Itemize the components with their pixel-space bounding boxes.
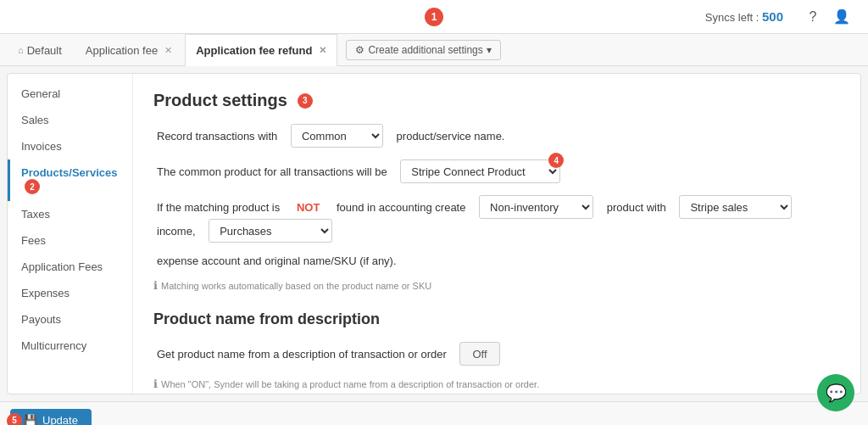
when-on-info: ℹ When "ON", Synder will be taking a pro…: [153, 377, 840, 390]
help-button[interactable]: ?: [800, 4, 826, 30]
not-text: NOT: [297, 201, 320, 214]
tab-application-fee-close[interactable]: ✕: [164, 45, 172, 56]
tab-default[interactable]: ⌂ Default: [7, 34, 73, 66]
tab-application-fee-refund-close[interactable]: ✕: [319, 45, 326, 56]
sidebar-item-sales[interactable]: Sales: [8, 107, 132, 133]
product-type-label: product with: [607, 201, 666, 214]
sidebar-item-application-fees[interactable]: Application Fees: [8, 254, 132, 280]
sidebar-item-general[interactable]: General: [8, 81, 132, 107]
record-transactions-row: Record transactions with Common Individu…: [153, 124, 840, 148]
section-badge: 3: [298, 93, 313, 109]
matching-info: ℹ Matching works automatically based on …: [153, 279, 840, 292]
sidebar-item-invoices-label: Invoices: [21, 140, 62, 153]
create-additional-button[interactable]: ⚙ Create additional settings ▾: [346, 40, 500, 60]
sidebar-item-general-label: General: [21, 87, 60, 100]
sidebar-item-fees-label: Fees: [21, 234, 46, 247]
sidebar-item-payouts[interactable]: Payouts: [8, 306, 132, 333]
bottom-bar: 5 💾 Update: [0, 401, 868, 425]
sidebar-item-application-fees-label: Application Fees: [21, 260, 103, 273]
chat-icon: 💬: [826, 383, 847, 403]
sidebar-item-expenses-label: Expenses: [21, 287, 70, 299]
stripe-badge: 4: [548, 153, 564, 168]
content-area: Product settings 3 Record transactions w…: [133, 74, 860, 394]
income-select[interactable]: Stripe sales Other income: [679, 195, 792, 219]
top-bar: 1 Syncs left : 500 ? 👤: [0, 0, 868, 34]
syncs-left: Syncs left : 500: [705, 9, 783, 24]
save-icon: 💾: [24, 414, 37, 425]
help-icon: ?: [810, 9, 817, 25]
user-icon: 👤: [833, 8, 850, 25]
sidebar-item-expenses[interactable]: Expenses: [8, 280, 132, 306]
main-layout: General Sales Invoices Products/Services…: [7, 73, 861, 394]
update-button[interactable]: 💾 Update: [10, 409, 92, 425]
tab-application-fee-refund[interactable]: Application fee refund ✕: [185, 34, 337, 66]
get-product-name-row: Get product name from a description of t…: [153, 342, 840, 366]
not-found-suffix: found in accounting create: [337, 201, 466, 214]
income-label: income,: [157, 225, 196, 238]
home-icon: ⌂: [18, 45, 24, 55]
name-from-desc-title-text: Product name from description: [153, 310, 380, 328]
tab-application-fee[interactable]: Application fee ✕: [75, 34, 183, 66]
sidebar-item-taxes-label: Taxes: [21, 208, 50, 221]
info-icon: ℹ: [153, 279, 158, 292]
footer-badge: 5: [7, 413, 22, 426]
tab-application-fee-refund-label: Application fee refund: [196, 44, 312, 57]
gear-icon: ⚙: [355, 44, 364, 56]
step1-indicator: 1: [425, 8, 443, 26]
sidebar-item-invoices[interactable]: Invoices: [8, 133, 132, 159]
sidebar-item-fees[interactable]: Fees: [8, 227, 132, 254]
user-button[interactable]: 👤: [829, 4, 854, 30]
purchases-select[interactable]: Purchases Other expenses: [209, 219, 332, 243]
sidebar-item-products-services-label: Products/Services: [21, 166, 117, 179]
sidebar-item-payouts-label: Payouts: [21, 313, 61, 326]
create-additional-label: Create additional settings: [368, 44, 482, 56]
expense-row: expense account and original name/SKU (i…: [153, 254, 840, 267]
product-type-select[interactable]: Non-inventory Inventory Service: [479, 195, 593, 219]
syncs-left-label: Syncs left :: [705, 11, 762, 24]
name-from-desc-title: Product name from description: [153, 310, 840, 328]
sidebar-item-taxes[interactable]: Taxes: [8, 201, 132, 227]
tab-default-label: Default: [27, 44, 62, 57]
chevron-down-icon: ▾: [487, 44, 492, 56]
not-found-row: If the matching product is NOT found in …: [153, 195, 840, 243]
sidebar-item-multicurrency-label: Multicurrency: [21, 339, 86, 352]
chat-button[interactable]: 💬: [817, 374, 854, 411]
when-on-info-text: When "ON", Synder will be taking a produ…: [161, 379, 539, 389]
record-suffix: product/service name.: [397, 130, 505, 143]
common-select[interactable]: Common Individual: [291, 124, 383, 148]
tabs-bar: ⌂ Default Application fee ✕ Application …: [0, 34, 868, 66]
info-icon-2: ℹ: [153, 377, 158, 390]
sidebar-item-multicurrency[interactable]: Multicurrency: [8, 333, 132, 359]
stripe-connect-select[interactable]: Stripe Connect Product: [400, 159, 560, 183]
step1-badge: 1: [425, 8, 443, 26]
get-name-label: Get product name from a description of t…: [157, 348, 447, 361]
product-settings-title: Product settings 3: [153, 91, 840, 110]
expense-label: expense account and original name/SKU (i…: [157, 254, 397, 267]
sidebar-item-products-services[interactable]: Products/Services 2: [8, 159, 132, 201]
record-label: Record transactions with: [157, 130, 277, 143]
syncs-value: 500: [762, 9, 783, 24]
common-product-row: The common product for all transactions …: [153, 159, 840, 183]
off-toggle[interactable]: Off: [459, 342, 499, 366]
update-label: Update: [42, 414, 78, 425]
tab-application-fee-label: Application fee: [86, 44, 158, 57]
sidebar: General Sales Invoices Products/Services…: [8, 74, 133, 394]
stripe-connect-select-wrapper: Stripe Connect Product 4: [400, 159, 560, 183]
common-product-label: The common product for all transactions …: [157, 165, 387, 178]
sidebar-item-sales-label: Sales: [21, 114, 49, 126]
products-services-badge: 2: [25, 179, 40, 194]
section-title-text: Product settings: [153, 91, 287, 110]
matching-info-text: Matching works automatically based on th…: [161, 281, 431, 291]
not-found-label: If the matching product is: [157, 201, 280, 214]
